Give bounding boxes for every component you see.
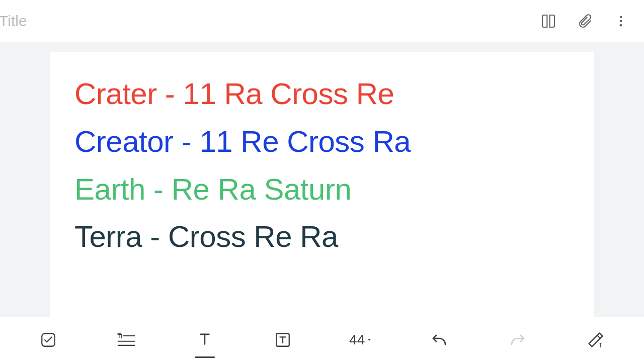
undo-button[interactable]: [421, 325, 457, 355]
book-icon: [540, 13, 556, 29]
read-mode-button[interactable]: [539, 12, 557, 30]
checkbox-icon: [40, 331, 57, 348]
svg-point-0: [620, 16, 622, 18]
redo-icon: [508, 332, 527, 347]
text-box-button[interactable]: [265, 325, 301, 355]
dropdown-arrow-icon: [366, 336, 373, 343]
paragraph-style-icon: T: [117, 331, 136, 348]
document-line[interactable]: Crater - 11 Ra Cross Re: [74, 70, 570, 118]
handwriting-button[interactable]: T: [578, 325, 614, 355]
more-vertical-icon: [614, 14, 628, 28]
svg-point-2: [620, 24, 622, 26]
pen-text-icon: T: [587, 331, 605, 349]
document-line[interactable]: Terra - Cross Re Ra: [74, 213, 570, 261]
svg-text:T: T: [118, 332, 122, 339]
top-bar: [0, 0, 644, 42]
document-line[interactable]: Earth - Re Ra Saturn: [74, 166, 570, 214]
text-format-icon: [196, 331, 213, 348]
title-input[interactable]: [0, 13, 531, 30]
svg-point-1: [620, 20, 622, 22]
attach-button[interactable]: [576, 12, 594, 30]
redo-button[interactable]: [500, 325, 536, 355]
text-box-icon: [274, 331, 291, 348]
content-area: Crater - 11 Ra Cross ReCreator - 11 Re C…: [0, 42, 644, 317]
document-page[interactable]: Crater - 11 Ra Cross ReCreator - 11 Re C…: [50, 52, 594, 317]
paperclip-icon: [577, 13, 593, 29]
text-format-button[interactable]: [187, 325, 223, 355]
svg-text:T: T: [599, 342, 603, 349]
undo-icon: [430, 332, 449, 347]
top-actions: [539, 12, 630, 30]
font-size-value: 44: [349, 332, 365, 348]
font-size-button[interactable]: 44: [343, 332, 379, 348]
checkbox-tool-button[interactable]: [30, 325, 66, 355]
bottom-toolbar: T 44 T: [0, 317, 644, 362]
document-line[interactable]: Creator - 11 Re Cross Ra: [74, 118, 570, 166]
paragraph-style-button[interactable]: T: [108, 325, 144, 355]
more-button[interactable]: [612, 12, 630, 30]
